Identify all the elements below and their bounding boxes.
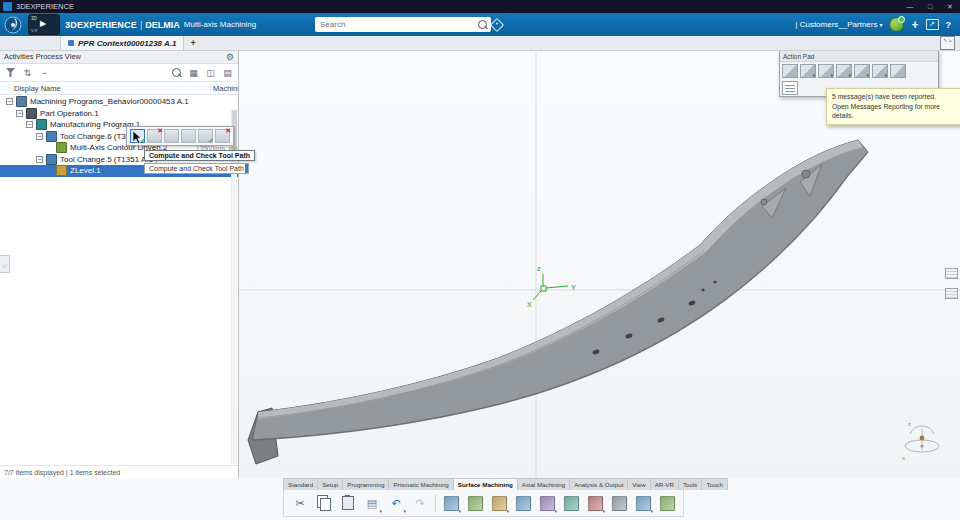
messages-notification[interactable]: 5 message(s) have been reported. Open Me…	[826, 88, 960, 125]
search-icon[interactable]	[478, 20, 487, 29]
avatar[interactable]	[889, 17, 904, 32]
sort-icon[interactable]: ⇅	[21, 66, 34, 79]
chevron-down-icon[interactable]: ▾	[884, 72, 887, 78]
iso-view-icon[interactable]: ▾	[854, 64, 870, 78]
collapse-all-icon[interactable]: −	[38, 66, 51, 79]
analysis-icon[interactable]	[656, 492, 678, 514]
tool-change-icon	[46, 154, 57, 165]
ribbon-tab-touch[interactable]: Touch	[701, 478, 728, 490]
tree-search-icon[interactable]	[170, 66, 183, 79]
cut-icon[interactable]: ✂	[289, 492, 311, 514]
ribbon-tab-prismatic-machining[interactable]: Prismatic Machining	[388, 478, 453, 490]
tree-expander-icon[interactable]: −	[36, 133, 43, 140]
ribbon-tab-standard[interactable]: Standard	[283, 478, 318, 490]
brand-divider: |	[140, 20, 142, 30]
copy-icon[interactable]	[313, 492, 335, 514]
rotate-view-icon[interactable]: ▾	[872, 64, 888, 78]
machine-table-icon[interactable]	[890, 64, 906, 78]
tree-item-label: Tool Change.6 (T35	[60, 132, 130, 141]
close-icon[interactable]: ✕	[940, 0, 960, 13]
tree-item-1[interactable]: −Part Operation.1	[0, 108, 238, 120]
chevron-down-icon[interactable]: ▾	[379, 508, 382, 514]
filter-icon[interactable]	[4, 66, 17, 79]
gear-icon[interactable]: ⚙	[226, 52, 234, 62]
column-machining-feature[interactable]: Machining fee	[211, 84, 238, 93]
tree-item-label: ZLevel.1	[70, 166, 101, 175]
chevron-down-icon[interactable]: ▾	[848, 72, 851, 78]
ribbon-tab-ar-vr[interactable]: AR-VR	[650, 478, 679, 490]
add-button[interactable]: +	[911, 19, 918, 31]
delete-operation-icon[interactable]: ✕	[215, 129, 230, 143]
3dplay-widget[interactable]: 3D V.R ▶	[28, 14, 60, 35]
spiral-milling-icon[interactable]: ▾	[536, 492, 558, 514]
remove-tool-path-icon[interactable]: ✕	[147, 129, 162, 143]
application-window: 3DEXPERIENCE — □ ✕ 3D V.R ▶ 3DEXPERIENCE…	[0, 0, 960, 520]
tree-expander-icon[interactable]: −	[6, 98, 13, 105]
top-view-icon[interactable]: ▾	[800, 64, 816, 78]
sweeping-operation-icon[interactable]: ▾	[488, 492, 510, 514]
red-x-mark: ✕	[225, 127, 231, 135]
ribbon-tab-analysis-output[interactable]: Analysis & Output	[569, 478, 628, 490]
tree-item-label: Tool Change.5 (T1351 A.1 ,	[60, 155, 157, 164]
update-toolpath-icon[interactable]: ▾	[440, 492, 462, 514]
action-pad-titlebar[interactable]: Action Pad	[780, 51, 938, 62]
chevron-down-icon[interactable]: ▾	[554, 508, 557, 514]
tree-item-0[interactable]: −Machining Programs_Behavior00000453 A.1	[0, 96, 238, 108]
ribbon-tab-view[interactable]: View	[627, 478, 650, 490]
report-sheet-icon[interactable]	[782, 81, 798, 95]
account-label[interactable]: | Customers__Partners▾	[795, 20, 882, 29]
ribbon-tab-axial-machining[interactable]: Axial Machining	[517, 478, 570, 490]
simulate-machine-icon[interactable]	[181, 129, 196, 143]
grid-view-icon[interactable]: ▦	[187, 66, 200, 79]
chevron-down-icon[interactable]: ▾	[866, 72, 869, 78]
app-icon	[3, 2, 12, 11]
zlevel-operation-icon[interactable]	[464, 492, 486, 514]
chevron-down-icon[interactable]: ▾	[650, 508, 653, 514]
front-view-icon[interactable]: ▾	[818, 64, 834, 78]
setup-view-icon[interactable]	[782, 64, 798, 78]
maximize-icon[interactable]: □	[920, 0, 940, 13]
toolpath-replay-icon[interactable]: ▾	[584, 492, 606, 514]
panel-collapse-handle[interactable]: ◇	[0, 255, 10, 273]
list-view-icon[interactable]: ▤	[221, 66, 234, 79]
stock-icon[interactable]: ▾	[632, 492, 654, 514]
chevron-down-icon[interactable]: ▾	[506, 508, 509, 514]
tree-expander-icon[interactable]: −	[36, 156, 43, 163]
tag-icon[interactable]	[490, 18, 504, 32]
chevron-down-icon[interactable]: ▾	[602, 508, 605, 514]
help-icon[interactable]: ?	[946, 20, 952, 30]
ribbon-tab-tools[interactable]: Tools	[678, 478, 702, 490]
layers-icon[interactable]	[945, 268, 958, 279]
tree-expander-icon[interactable]: −	[26, 121, 33, 128]
side-view-icon[interactable]: ▾	[836, 64, 852, 78]
chevron-down-icon[interactable]: ▾	[830, 72, 833, 78]
search-bar[interactable]	[315, 17, 491, 32]
ribbon-tab-programming[interactable]: Programming	[342, 478, 389, 490]
play-icon[interactable]: ▶	[40, 19, 46, 28]
chevron-down-icon[interactable]: ▾	[458, 508, 461, 514]
ribbon-tab-setup[interactable]: Setup	[317, 478, 343, 490]
paste-icon[interactable]	[337, 492, 359, 514]
simulation-icon[interactable]	[608, 492, 630, 514]
column-display-name[interactable]: Display Name	[0, 84, 211, 93]
chevron-down-icon[interactable]: ▾	[403, 508, 406, 514]
3ds-compass-logo[interactable]	[3, 15, 23, 35]
replay-tool-path-icon[interactable]	[164, 129, 179, 143]
chevron-down-icon[interactable]: ▾	[812, 72, 815, 78]
analyze-tool-path-icon[interactable]: ✓	[198, 129, 213, 143]
search-input[interactable]	[318, 19, 478, 30]
fullscreen-icon[interactable]: ↖↘	[940, 36, 955, 50]
minimize-icon[interactable]: —	[900, 0, 920, 13]
notification-line2[interactable]: Open Messages Reporting for more details…	[832, 102, 960, 121]
contour-driven-icon[interactable]	[512, 492, 534, 514]
ribbon-tab-surface-machining[interactable]: Surface Machining	[453, 478, 518, 490]
undo-icon[interactable]: ↶▾	[385, 492, 407, 514]
report-icon[interactable]: ▤▾	[361, 492, 383, 514]
new-tab-button[interactable]: +	[184, 38, 201, 48]
columns-icon[interactable]: ◫	[204, 66, 217, 79]
share-icon[interactable]: ↗	[926, 19, 939, 30]
display-modes-icon[interactable]	[945, 288, 958, 299]
tree-expander-icon[interactable]: −	[16, 110, 23, 117]
isoparametric-icon[interactable]	[560, 492, 582, 514]
tab-ppr-context[interactable]: PPR Context00001238 A.1	[60, 36, 184, 50]
